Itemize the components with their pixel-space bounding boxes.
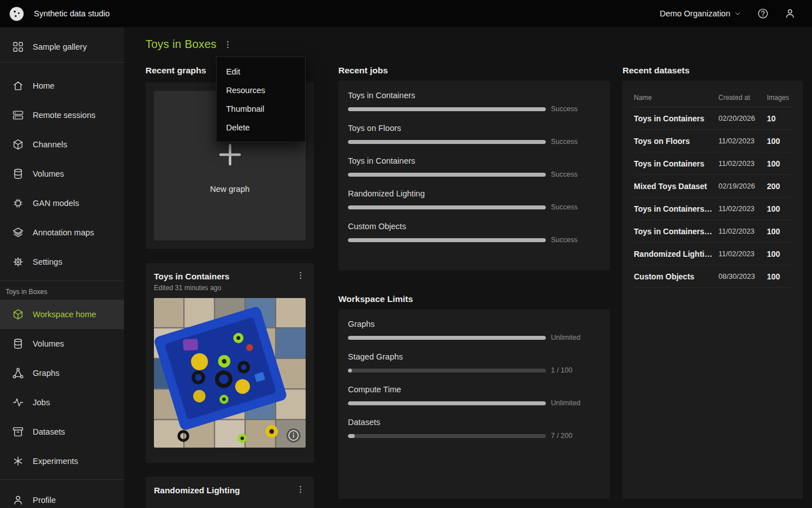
dataset-images: 100 (767, 204, 792, 213)
sidebar-item-label: Home (33, 81, 55, 90)
sidebar-item-home[interactable]: Home (0, 71, 124, 100)
top-bar: Synthetic data studio Demo Organization (0, 0, 812, 27)
sidebar-item-ws-volumes[interactable]: Volumes (0, 329, 124, 358)
sidebar-item-profile[interactable]: Profile (0, 485, 124, 508)
table-row[interactable]: Toys in Containers - ... 11/02/2023 100 (634, 220, 792, 243)
dataset-created: 02/19/2026 (718, 182, 767, 190)
account-button[interactable] (784, 7, 796, 20)
workspace-limits-heading: Workspace Limits (338, 294, 413, 304)
table-row[interactable]: Randomized Lighting 11/02/2023 100 (634, 243, 792, 265)
sidebar-item-channels[interactable]: Channels (0, 130, 124, 159)
column-header-name: Name (634, 94, 718, 102)
job-status: Success (546, 105, 600, 113)
job-item[interactable]: Toys in Containers Success (348, 156, 600, 178)
limit-item: Datasets 7 / 200 (348, 418, 600, 440)
workspace-box-icon (12, 308, 24, 321)
menu-item-delete[interactable]: Delete (217, 118, 305, 137)
job-item[interactable]: Custom Objects Success (348, 222, 600, 244)
card-menu-button[interactable] (295, 484, 306, 494)
sidebar-item-label: Sample gallery (33, 42, 87, 51)
org-selector[interactable]: Demo Organization (660, 9, 742, 18)
menu-item-edit[interactable]: Edit (217, 62, 305, 81)
dataset-images: 100 (767, 227, 792, 236)
org-name: Demo Organization (660, 9, 730, 18)
menu-item-resources[interactable]: Resources (217, 81, 305, 99)
job-progress-bar (348, 140, 546, 144)
sidebar-item-ws-datasets[interactable]: Datasets (0, 417, 124, 446)
limit-value: 7 / 200 (546, 432, 600, 440)
sidebar-item-workspace-home[interactable]: Workspace home (0, 300, 124, 329)
sidebar-item-label: Datasets (33, 427, 65, 436)
graph-nodes-icon (12, 367, 24, 379)
sidebar-item-label: GAN models (33, 199, 79, 208)
servers-icon (12, 109, 24, 121)
graph-card-subtitle: Edited 31 minutes ago (154, 284, 230, 292)
job-item[interactable]: Randomized Lighting Success (348, 189, 600, 211)
datasets-table-header: Name Created at Images (634, 81, 792, 107)
job-name: Randomized Lighting (348, 189, 600, 198)
limit-name: Compute Time (348, 385, 600, 394)
limit-item: Staged Graphs 1 / 100 (348, 352, 600, 374)
dataset-images: 100 (767, 272, 792, 281)
sidebar-item-remote-sessions[interactable]: Remote sessions (0, 100, 124, 130)
job-progress-bar (348, 205, 546, 209)
dataset-name: Toys on Floors (634, 137, 718, 146)
dataset-name: Toys in Containers - ... (634, 204, 718, 213)
table-row[interactable]: Toys in Containers 11/02/2023 100 (634, 152, 792, 175)
chip-icon (12, 197, 24, 209)
page-title: Toys in Boxes (145, 38, 217, 51)
divider (0, 62, 124, 63)
sidebar-item-label: Graphs (33, 369, 60, 378)
limit-name: Graphs (348, 319, 600, 329)
graph-thumbnail[interactable] (154, 298, 306, 448)
table-row[interactable]: Custom Objects 08/30/2023 100 (634, 265, 792, 288)
layers-icon (12, 226, 24, 239)
job-name: Toys in Containers (348, 91, 600, 100)
job-name: Toys on Floors (348, 124, 600, 133)
sidebar-item-label: Experiments (33, 457, 78, 466)
job-item[interactable]: Toys on Floors Success (348, 124, 600, 146)
dataset-name: Toys in Containers (634, 159, 718, 168)
workspace-section-label: Toys in Boxes (0, 281, 124, 300)
limit-item: Compute Time Unlimited (348, 385, 600, 407)
sidebar-item-gan-models[interactable]: GAN models (0, 189, 124, 218)
dataset-name: Toys in Containers - ... (634, 227, 718, 236)
table-row[interactable]: Mixed Toys Dataset 02/19/2026 200 (634, 175, 792, 198)
sidebar-item-ws-experiments[interactable]: Experiments (0, 446, 124, 476)
sidebar-item-ws-jobs[interactable]: Jobs (0, 388, 124, 417)
help-button[interactable] (757, 7, 769, 20)
dataset-images: 10 (767, 114, 792, 123)
dataset-images: 100 (767, 137, 792, 146)
table-row[interactable]: Toys in Containers 02/20/2026 10 (634, 107, 792, 130)
job-status: Success (546, 170, 600, 178)
sidebar-item-ws-graphs[interactable]: Graphs (0, 358, 124, 388)
sidebar-item-sample-gallery[interactable]: Sample gallery (0, 32, 124, 62)
recent-datasets-heading: Recent datasets (623, 65, 690, 76)
activity-icon (12, 396, 24, 409)
menu-item-thumbnail[interactable]: Thumbnail (217, 99, 305, 118)
job-progress-bar (348, 238, 546, 242)
table-row[interactable]: Toys on Floors 11/02/2023 100 (634, 130, 792, 152)
table-row[interactable]: Toys in Containers - ... 11/02/2023 100 (634, 198, 792, 220)
sidebar-item-label: Remote sessions (33, 111, 95, 120)
sidebar-item-label: Jobs (33, 398, 50, 407)
workspace-limits-panel: Graphs Unlimited Staged Graphs 1 / 100 C… (338, 309, 610, 499)
limit-name: Staged Graphs (348, 352, 600, 361)
home-icon (12, 80, 24, 92)
dataset-created: 11/02/2023 (718, 249, 767, 258)
sidebar-item-settings[interactable]: Settings (0, 247, 124, 277)
limit-item: Graphs Unlimited (348, 319, 600, 341)
dataset-name: Mixed Toys Dataset (634, 182, 718, 191)
job-item[interactable]: Toys in Containers Success (348, 91, 600, 113)
graph-card: Randomized Lighting (145, 477, 314, 508)
card-menu-button[interactable] (295, 270, 306, 281)
sidebar-item-annotation-maps[interactable]: Annotation maps (0, 218, 124, 247)
sidebar-item-volumes[interactable]: Volumes (0, 159, 124, 189)
job-status: Success (546, 203, 600, 211)
sidebar-item-label: Workspace home (33, 310, 96, 319)
dataset-images: 100 (767, 249, 792, 259)
app-logo-icon (9, 6, 24, 21)
sidebar-item-label: Profile (33, 496, 56, 505)
page-menu-button[interactable] (223, 40, 233, 50)
image-info-button[interactable] (286, 428, 301, 443)
